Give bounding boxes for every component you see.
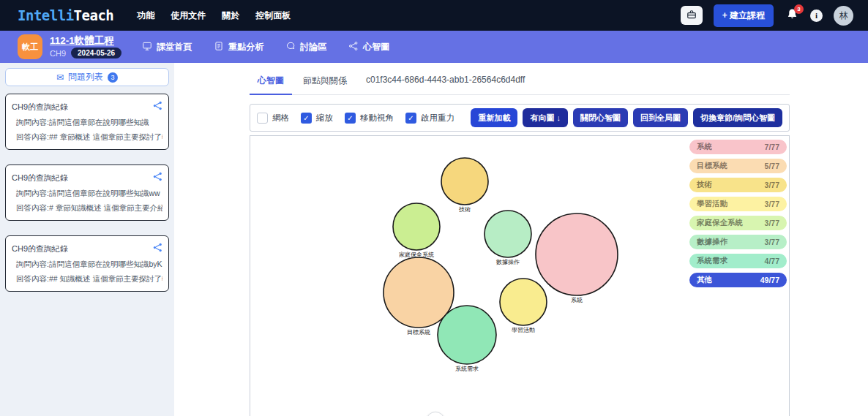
legend-pill[interactable]: 目標系統5/77 (689, 159, 787, 173)
card-answer: 回答內容:## 知識概述 這個章節主要探討了軟體... (12, 274, 162, 284)
card-answer: 回答內容:# 章節知識概述 這個章節主要介紹了家... (12, 203, 162, 213)
legend-pill[interactable]: 數據操作3/77 (689, 235, 787, 249)
user-avatar[interactable]: 林 (834, 6, 853, 26)
top-menu-item[interactable]: 功能 (137, 10, 154, 22)
tab-item[interactable]: 節點與關係 (295, 69, 355, 94)
top-menu: 功能使用文件關於控制面板 (137, 10, 291, 22)
top-menu-item[interactable]: 使用文件 (171, 10, 206, 22)
toolbar-checkbox[interactable]: ✓啟用重力 (405, 113, 454, 124)
main-content: 心智圖節點與關係c01f3c44-686d-4443-abb1-26564c6d… (174, 63, 868, 416)
course-menu-item-label: 討論區 (300, 41, 326, 53)
card-question: 詢問內容:請問這個章節在說明哪些知識ww (12, 189, 162, 199)
mindmap-toolbar: 網格✓縮放✓移動視角✓啟用重力 重新加載有向圖 ↓關閉心智圖回到全局圖切換章節/… (250, 104, 790, 132)
course-menu: 課堂首頁重點分析討論區心智圖 (142, 41, 389, 53)
create-course-button[interactable]: + 建立課程 (714, 4, 774, 27)
toolbar-checkbox[interactable]: ✓縮放 (301, 113, 333, 124)
analysis-icon (214, 41, 224, 53)
course-avatar[interactable]: 軟工 (18, 34, 42, 59)
discussion-icon (285, 41, 296, 53)
toolbar-button[interactable]: 回到全局圖 (633, 108, 688, 127)
chart-node-label: 系統 (571, 297, 583, 303)
envelope-icon: ✉ (56, 72, 64, 83)
chart-node-label: 系統需求 (455, 366, 479, 372)
legend-count: 3/77 (765, 219, 779, 227)
toolbar-button[interactable]: 切換章節/詢問心智圖 (693, 108, 782, 127)
toolbar-button[interactable]: 重新加載 (471, 108, 517, 127)
legend-label: 目標系統 (697, 161, 727, 171)
legend-count: 3/77 (765, 181, 779, 189)
briefcase-icon (686, 10, 697, 22)
legend-count: 4/77 (765, 257, 779, 265)
chart-node[interactable] (536, 213, 618, 295)
toolbar-checkbox[interactable]: 網格 (257, 113, 289, 124)
app-logo-part2: Teach (74, 7, 114, 23)
legend-label: 家庭保全系統 (697, 218, 743, 228)
mindmap-tabs: 心智圖節點與關係c01f3c44-686d-4443-abb1-26564c6d… (250, 63, 790, 95)
course-menu-item[interactable]: 討論區 (285, 41, 326, 53)
chart-node[interactable] (393, 203, 440, 250)
legend-count: 3/77 (765, 200, 779, 208)
info-icon[interactable]: i (810, 10, 823, 22)
legend-count: 5/77 (765, 162, 779, 170)
checkbox-unchecked-icon[interactable] (257, 113, 268, 124)
mindmap-nodes-icon[interactable] (153, 242, 162, 255)
legend-pill[interactable]: 家庭保全系統3/77 (689, 216, 787, 230)
app-logo-part1: Intelli (18, 7, 74, 23)
legend-pill[interactable]: 技術3/77 (689, 178, 787, 192)
course-date-badge: 2024-05-26 (71, 48, 121, 58)
question-card-header: CH9的查詢紀錄 (12, 171, 162, 184)
toolbar-checkbox[interactable]: ✓移動視角 (345, 113, 394, 124)
checkbox-checked-icon[interactable]: ✓ (345, 113, 356, 124)
course-menu-item[interactable]: 重點分析 (214, 41, 263, 53)
legend-pill[interactable]: 系統需求4/77 (689, 254, 787, 268)
card-title: CH9的查詢紀錄 (12, 243, 68, 254)
legend-pill[interactable]: 其他49/77 (689, 273, 787, 287)
course-menu-item[interactable]: 心智圖 (348, 41, 389, 53)
chart-node[interactable] (500, 279, 547, 325)
course-menu-item[interactable]: 課堂首頁 (142, 41, 192, 53)
checkbox-label: 啟用重力 (421, 113, 454, 124)
chart-node[interactable] (441, 158, 488, 205)
question-count-badge: 3 (108, 72, 118, 83)
mindmap-nodes-icon[interactable] (153, 100, 162, 113)
mindmap-canvas[interactable]: 技術家庭保全系統數據操作系統目標系統學習活動系統需求 系統7/77目標系統5/7… (250, 135, 790, 416)
legend-pill[interactable]: 系統7/77 (689, 140, 787, 154)
question-card[interactable]: CH9的查詢紀錄詢問內容:請問這個章節在說明哪些知識byKB回答內容:## 知識… (5, 235, 169, 292)
question-list-button[interactable]: ✉ 問題列表 3 (5, 68, 169, 86)
question-card-header: CH9的查詢紀錄 (12, 242, 162, 255)
toolbar-button[interactable]: 有向圖 ↓ (523, 108, 568, 127)
chart-node[interactable] (484, 211, 531, 257)
question-card[interactable]: CH9的查詢紀錄詢問內容:請問這個章節在說明哪些知識ww回答內容:# 章節知識概… (5, 164, 169, 221)
tab-item[interactable]: c01f3c44-686d-4443-abb1-26564c6d4dff (358, 69, 533, 94)
course-subtitle: CH9 2024-05-26 (50, 48, 121, 58)
legend-count: 49/77 (760, 276, 779, 284)
question-card[interactable]: CH9的查詢紀錄詢問內容:請問這個章節在說明哪些知識回答內容:## 章節概述 這… (5, 94, 169, 150)
course-navbar: 軟工 112-1軟體工程 CH9 2024-05-26 課堂首頁重點分析討論區心… (0, 31, 868, 63)
chart-node[interactable] (438, 306, 496, 364)
course-menu-item-label: 課堂首頁 (157, 41, 192, 53)
checkbox-checked-icon[interactable]: ✓ (405, 113, 416, 124)
chart-node-label: 學習活動 (512, 327, 535, 333)
app-logo[interactable]: IntelliTeach (18, 7, 113, 23)
checkbox-label: 縮放 (316, 113, 333, 124)
mindmap-nodes-icon[interactable] (153, 171, 162, 184)
checkbox-checked-icon[interactable]: ✓ (301, 113, 312, 124)
checkbox-label: 移動視角 (360, 113, 394, 124)
toolbar-buttons: 重新加載有向圖 ↓關閉心智圖回到全局圖切換章節/詢問心智圖 (471, 108, 782, 127)
toolbar-button[interactable]: 關閉心智圖 (573, 108, 628, 127)
card-answer: 回答內容:## 章節概述 這個章節主要探討了軟體... (12, 132, 162, 143)
card-question: 詢問內容:請問這個章節在說明哪些知識byKB (12, 260, 162, 270)
tab-active[interactable]: 心智圖 (250, 69, 292, 95)
category-legend: 系統7/77目標系統5/77技術3/77學習活動3/77家庭保全系統3/77數據… (689, 140, 787, 287)
legend-pill[interactable]: 學習活動3/77 (689, 197, 787, 211)
briefcase-button[interactable] (681, 6, 703, 25)
legend-label: 數據操作 (697, 237, 727, 247)
top-menu-item[interactable]: 控制面板 (255, 10, 291, 22)
notifications-button[interactable]: 3 (785, 8, 799, 23)
sidebar: ✉ 問題列表 3 CH9的查詢紀錄詢問內容:請問這個章節在說明哪些知識回答內容:… (0, 63, 174, 416)
chart-node-label: 目標系統 (407, 329, 430, 336)
mindmap-icon (348, 41, 359, 53)
top-menu-item[interactable]: 關於 (222, 10, 239, 22)
legend-label: 學習活動 (697, 199, 727, 209)
course-title[interactable]: 112-1軟體工程 (50, 35, 121, 46)
